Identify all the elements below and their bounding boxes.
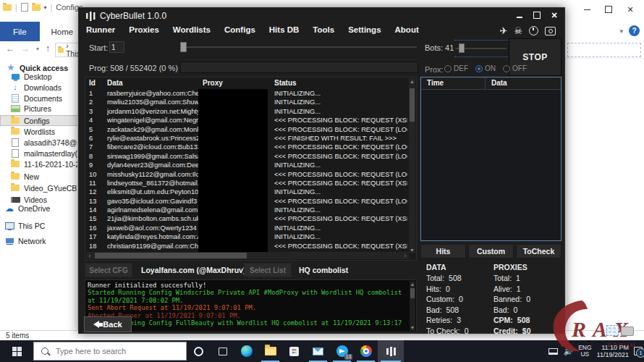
prox-radio-off[interactable]: OFF [503, 64, 527, 72]
bots-slider[interactable] [456, 43, 507, 54]
cell-id: 18 [89, 243, 96, 250]
scroll-down-icon[interactable]: ▼ [410, 324, 415, 331]
folder-icon [10, 117, 20, 124]
sidebar-item-downloads[interactable]: ↓Downloads [0, 82, 78, 93]
cell-id: 9 [89, 161, 93, 169]
prox-radio-def[interactable]: DEF [444, 64, 468, 72]
sidebar-item-configs[interactable]: Configs [0, 115, 78, 126]
scroll-up-icon[interactable]: ▲ [409, 78, 415, 85]
sidebar-item-this-pc[interactable]: This PC [0, 220, 78, 231]
taskbar-icon-task-view[interactable] [211, 340, 234, 362]
taskbar-icon-telegram[interactable]: 13 [330, 340, 354, 362]
taskbar-icon-store[interactable] [282, 340, 306, 362]
log-scrollbar[interactable]: ▲ ▼ [410, 281, 415, 331]
custom-button[interactable]: Custom [468, 244, 514, 258]
taskbar-icon-edge[interactable] [234, 340, 258, 362]
camera-icon[interactable] [545, 27, 556, 35]
history-dropdown-icon[interactable]: ▾ [36, 46, 39, 52]
explorer-close-button[interactable] [619, 1, 641, 17]
sidebar-item-new[interactable]: New [0, 171, 78, 182]
cell-data: wingatenigel@gmail.com:Negrito... [107, 117, 200, 124]
sidebar-item-alasadih3748-st[interactable]: alasadih3748@st [0, 137, 78, 148]
network-icon[interactable] [548, 348, 558, 355]
menu-item-settings[interactable]: Settings [348, 25, 381, 34]
hits-button[interactable]: Hits [420, 244, 466, 258]
table-horizontal-scrollbar[interactable]: ‹ › [86, 252, 409, 259]
data-stats-title: DATA [426, 263, 493, 272]
menu-item-wordlists[interactable]: Wordlists [173, 25, 211, 34]
cell-id: 16 [89, 224, 96, 232]
ribbon-tab-file[interactable]: File [0, 22, 40, 41]
skull-icon[interactable]: ☠ [514, 26, 522, 35]
item-count-label: 5 items [6, 332, 29, 340]
sidebar-item-mailmasterdlay[interactable]: mailmasterdlay( [0, 148, 78, 159]
taskbar-icon-mail[interactable] [306, 340, 330, 362]
app-close-button[interactable] [548, 9, 560, 21]
taskbar-search[interactable] [33, 342, 187, 361]
volume-icon[interactable]: 🔊 [563, 347, 573, 356]
cell-status: <<< PROCESSING BLOCK: REQUEST (LOGIN) >>… [274, 171, 407, 178]
menu-item-proxies[interactable]: Proxies [129, 25, 159, 34]
up-arrow-icon[interactable]: ↑ [46, 43, 50, 54]
scrollbar-thumb[interactable] [410, 88, 415, 122]
help-icon[interactable]: ? [629, 25, 640, 36]
scroll-right-icon[interactable]: › [402, 252, 409, 259]
new-folder-icon[interactable] [32, 4, 41, 11]
app-minimize-button[interactable] [514, 9, 525, 21]
scroll-left-icon[interactable]: ‹ [86, 252, 93, 259]
scroll-down-icon[interactable]: ▼ [409, 247, 415, 253]
sidebar-item-video-gyuecbyx4p[interactable]: Video_GYueCBYX4p [0, 182, 78, 193]
sidebar-item-network[interactable]: Network [0, 235, 78, 246]
start-button[interactable] [0, 340, 33, 362]
sidebar-item-11-16-2021-10-23-3[interactable]: 11-16-2021-10-23-3 [0, 159, 78, 169]
menu-item-hits-db[interactable]: Hits DB [269, 25, 300, 34]
sidebar-item-desktop[interactable]: Desktop [0, 71, 78, 82]
explorer-minimize-button[interactable] [576, 1, 598, 17]
qat-dropdown-icon[interactable]: ▾ [44, 4, 47, 11]
sidebar-item-wordlists[interactable]: Wordlists [0, 126, 78, 137]
scrollbar-thumb[interactable] [410, 288, 415, 298]
action-center-icon[interactable]: 1 [634, 347, 643, 355]
scrollbar-thumb[interactable] [95, 253, 247, 258]
sidebar-item-documents[interactable]: Documents [0, 93, 78, 104]
prox-radio-on[interactable]: ON [475, 64, 496, 72]
slider-thumb[interactable] [459, 43, 465, 53]
back-arrow-icon[interactable]: ← [6, 43, 14, 54]
menu-item-tools[interactable]: Tools [313, 25, 334, 34]
app-maximize-button[interactable] [531, 9, 543, 21]
search-input[interactable] [54, 346, 166, 356]
select-list-button[interactable]: Select List [244, 263, 292, 277]
explorer-search-input[interactable] [567, 43, 641, 57]
timer-icon[interactable] [529, 26, 538, 35]
ribbon-collapse-icon[interactable]: ▾ [619, 28, 623, 35]
properties-icon[interactable] [21, 3, 28, 12]
explorer-restore-button[interactable] [598, 1, 619, 17]
app-titlebar[interactable]: CyberBullet 1.0.0 [79, 8, 564, 24]
slider-thumb[interactable] [180, 42, 187, 52]
back-button[interactable]: Back [84, 316, 132, 332]
menu-item-runner[interactable]: Runner [86, 25, 115, 34]
table-vertical-scrollbar[interactable]: ▲ ▼ [409, 78, 415, 253]
scroll-up-icon[interactable]: ▲ [410, 281, 415, 287]
tocheck-button[interactable]: ToCheck [516, 244, 562, 258]
send-icon[interactable]: ✈ [499, 26, 507, 35]
menu-item-about[interactable]: About [395, 25, 419, 34]
taskbar-clock[interactable]: 11:10 PM 11/19/2021 [597, 344, 629, 359]
taskbar-icon-cyberbullet[interactable] [378, 340, 404, 362]
start-input[interactable] [109, 41, 124, 53]
taskbar: 13 🔊 ENG US 11:10 PM 11/19/2021 1 [0, 340, 644, 362]
taskbar-icon-chrome[interactable] [354, 340, 378, 362]
menu-item-configs[interactable]: Configs [224, 25, 255, 34]
cell-data: jordanm10@verizon.net:Mighty524 [107, 108, 200, 115]
language-indicator[interactable]: ENG US [578, 345, 591, 358]
sidebar-item-onedrive[interactable]: ☁OneDrive [0, 203, 78, 214]
start-slider[interactable] [180, 42, 417, 52]
forward-arrow-icon[interactable]: → [21, 43, 30, 54]
runner-table[interactable]: Id Data Proxy Status 1rasberryjuice@yaho… [85, 77, 417, 261]
select-cfg-button[interactable]: Select CFG [85, 263, 132, 277]
folder-icon [11, 128, 20, 135]
taskbar-icon-file-explorer[interactable] [258, 340, 282, 362]
log-console[interactable]: Runner initialized succesfully!Started R… [85, 279, 417, 332]
sidebar-item-pictures[interactable]: Pictures [0, 103, 78, 114]
taskbar-icon-cortana[interactable] [187, 340, 211, 362]
